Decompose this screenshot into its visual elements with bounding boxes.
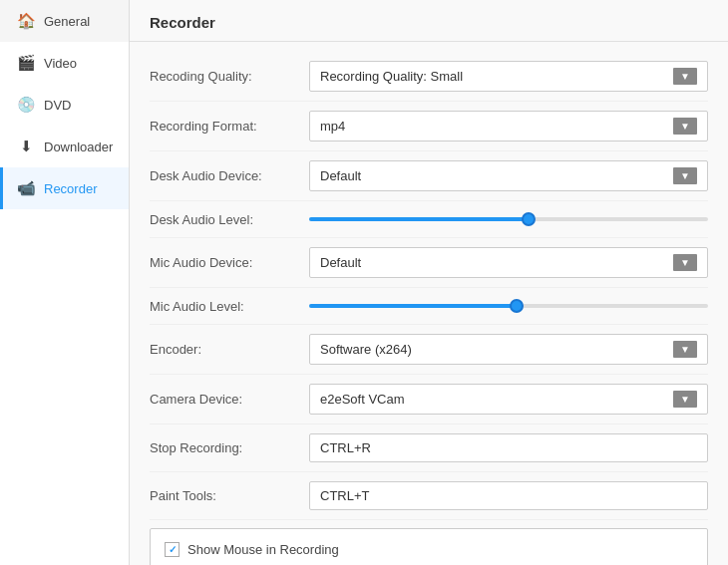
setting-control-camera-device: e2eSoft VCam▼ [309, 384, 708, 415]
dropdown-encoder[interactable]: Software (x264)▼ [309, 334, 708, 365]
general-icon: 🏠 [17, 12, 35, 30]
setting-label-stop-recording: Stop Recording: [150, 440, 309, 455]
slider-fill-desk-audio-level [309, 217, 529, 221]
setting-control-paint-tools: CTRL+T [309, 481, 708, 510]
setting-control-recording-quality: Recording Quality: Small▼ [309, 61, 708, 92]
setting-label-camera-device: Camera Device: [150, 392, 309, 407]
setting-row-desk-audio-device: Desk Audio Device:Default▼ [150, 151, 708, 201]
setting-row-mic-audio-level: Mic Audio Level: [150, 288, 708, 325]
checkbox-label-show-mouse-recording: Show Mouse in Recording [187, 542, 339, 557]
setting-label-recording-format: Recording Format: [150, 119, 309, 134]
dropdown-value-recording-quality: Recording Quality: Small [320, 69, 463, 84]
slider-desk-audio-level[interactable] [309, 210, 708, 228]
slider-mic-audio-level[interactable] [309, 297, 708, 315]
recorder-icon: 📹 [17, 179, 35, 197]
slider-track-desk-audio-level [309, 217, 708, 221]
setting-row-recording-quality: Recoding Quality:Recording Quality: Smal… [150, 52, 708, 102]
dropdown-arrow-mic-audio-device: ▼ [673, 254, 697, 271]
sidebar-item-dvd[interactable]: 💿DVD [0, 84, 129, 126]
setting-row-encoder: Encoder:Software (x264)▼ [150, 325, 708, 375]
setting-control-stop-recording: CTRL+R [309, 433, 708, 462]
dropdown-arrow-desk-audio-device: ▼ [673, 167, 697, 184]
slider-fill-mic-audio-level [309, 304, 517, 308]
sidebar-item-label-video: Video [44, 56, 77, 71]
dropdown-camera-device[interactable]: e2eSoft VCam▼ [309, 384, 708, 415]
dropdown-arrow-recording-format: ▼ [673, 118, 697, 135]
setting-control-desk-audio-device: Default▼ [309, 160, 708, 191]
setting-row-desk-audio-level: Desk Audio Level: [150, 201, 708, 238]
setting-row-stop-recording: Stop Recording:CTRL+R [150, 424, 708, 472]
setting-control-mic-audio-device: Default▼ [309, 247, 708, 278]
sidebar-item-label-recorder: Recorder [44, 181, 97, 196]
dropdown-arrow-camera-device: ▼ [673, 391, 697, 408]
setting-row-recording-format: Recording Format:mp4▼ [150, 102, 708, 151]
dropdown-mic-audio-device[interactable]: Default▼ [309, 247, 708, 278]
dropdown-value-desk-audio-device: Default [320, 168, 361, 183]
setting-label-encoder: Encoder: [150, 342, 309, 357]
setting-label-desk-audio-device: Desk Audio Device: [150, 168, 309, 183]
setting-control-recording-format: mp4▼ [309, 111, 708, 141]
video-icon: 🎬 [17, 54, 35, 72]
setting-row-camera-device: Camera Device:e2eSoft VCam▼ [150, 375, 708, 424]
slider-thumb-desk-audio-level[interactable] [522, 212, 536, 226]
setting-label-mic-audio-level: Mic Audio Level: [150, 299, 309, 314]
downloader-icon: ⬇ [17, 138, 35, 155]
sidebar-item-label-dvd: DVD [44, 98, 71, 113]
dropdown-recording-quality[interactable]: Recording Quality: Small▼ [309, 61, 708, 92]
sidebar-item-label-downloader: Downloader [44, 140, 113, 154]
sidebar-item-recorder[interactable]: 📹Recorder [0, 167, 129, 209]
setting-label-paint-tools: Paint Tools: [150, 488, 309, 503]
setting-label-recording-quality: Recoding Quality: [150, 69, 309, 84]
slider-track-mic-audio-level [309, 304, 708, 308]
setting-control-desk-audio-level [309, 210, 708, 228]
checkbox-row-show-mouse-recording[interactable]: Show Mouse in Recording [165, 537, 693, 562]
setting-label-mic-audio-device: Mic Audio Device: [150, 255, 309, 270]
setting-control-mic-audio-level [309, 297, 708, 315]
setting-label-desk-audio-level: Desk Audio Level: [150, 212, 309, 227]
dvd-icon: 💿 [17, 96, 35, 114]
slider-thumb-mic-audio-level[interactable] [510, 299, 524, 313]
dropdown-value-mic-audio-device: Default [320, 255, 361, 270]
text-input-paint-tools[interactable]: CTRL+T [309, 481, 708, 510]
sidebar: 🏠General🎬Video💿DVD⬇Downloader📹Recorder [0, 0, 130, 565]
setting-control-encoder: Software (x264)▼ [309, 334, 708, 365]
dropdown-value-recording-format: mp4 [320, 119, 345, 134]
text-input-stop-recording[interactable]: CTRL+R [309, 433, 708, 462]
sidebar-item-general[interactable]: 🏠General [0, 0, 129, 42]
settings-area: Recoding Quality:Recording Quality: Smal… [130, 42, 728, 565]
dropdown-recording-format[interactable]: mp4▼ [309, 111, 708, 141]
main-content: Recorder Recoding Quality:Recording Qual… [130, 0, 728, 565]
sidebar-item-downloader[interactable]: ⬇Downloader [0, 126, 129, 167]
sidebar-item-label-general: General [44, 14, 90, 29]
section-title: Recorder [130, 0, 728, 42]
dropdown-value-encoder: Software (x264) [320, 342, 412, 357]
dropdown-desk-audio-device[interactable]: Default▼ [309, 160, 708, 191]
dropdown-arrow-encoder: ▼ [673, 341, 697, 358]
checkboxes-container: Show Mouse in RecordingShow Mouse Clicks… [150, 528, 708, 565]
setting-row-mic-audio-device: Mic Audio Device:Default▼ [150, 238, 708, 288]
dropdown-arrow-recording-quality: ▼ [673, 68, 697, 85]
dropdown-value-camera-device: e2eSoft VCam [320, 392, 405, 407]
sidebar-item-video[interactable]: 🎬Video [0, 42, 129, 84]
setting-row-paint-tools: Paint Tools:CTRL+T [150, 472, 708, 520]
checkbox-show-mouse-recording[interactable] [165, 542, 180, 557]
